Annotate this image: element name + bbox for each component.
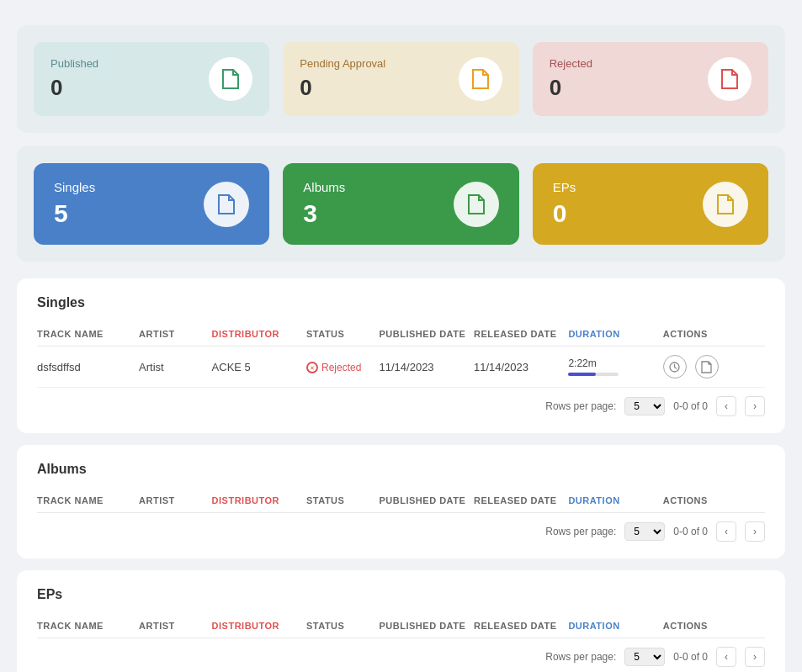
col-artist: Artist (139, 614, 212, 638)
file-icon-singles (217, 193, 236, 215)
published-label: Published (50, 57, 98, 70)
pending-value: 0 (300, 75, 385, 101)
cell-status: Rejected (306, 347, 380, 388)
albums-info: Albums 3 (303, 180, 345, 228)
action-icons (663, 355, 765, 378)
duration-cell: 2:22m (568, 357, 662, 376)
duration-bar-fill (568, 373, 596, 376)
pagination-next-button[interactable]: › (745, 396, 765, 416)
singles-pagination: Rows per page: 5 10 25 0-0 of 0 ‹ › (37, 396, 765, 416)
pagination-range: 0-0 of 0 (673, 651, 708, 663)
file-icon-albums (467, 193, 486, 215)
pending-icon-circle (459, 57, 502, 101)
view-action-button[interactable] (663, 355, 687, 378)
col-distributor: Distributor (212, 322, 306, 347)
col-published-date: Published Date (380, 489, 474, 513)
albums-pagination: Rows per page: 5 10 25 0-0 of 0 ‹ › (37, 521, 765, 542)
status-rejected-text: Rejected (321, 362, 361, 373)
col-track-name: Track Name (37, 489, 139, 513)
pagination-prev-button[interactable]: ‹ (716, 647, 736, 667)
pagination-range: 0-0 of 0 (673, 400, 708, 412)
published-icon-circle (209, 57, 252, 101)
duration-bar-bg (568, 373, 619, 376)
eps-pagination: Rows per page: 5 10 25 0-0 of 0 ‹ › (37, 647, 765, 667)
albums-label: Albums (303, 180, 345, 194)
eps-icon-circle (703, 182, 748, 227)
albums-card: Albums 3 (283, 163, 518, 245)
cell-released-date: 11/14/2023 (474, 347, 568, 388)
albums-table-title: Albums (37, 462, 765, 477)
pagination-next-button[interactable]: › (745, 521, 765, 542)
file-action-icon (701, 361, 712, 373)
rejected-card: Rejected 0 (533, 42, 768, 116)
pagination-prev-button[interactable]: ‹ (716, 396, 736, 416)
col-artist: Artist (139, 322, 212, 347)
col-artist: Artist (139, 489, 212, 513)
col-published-date: Published Date (380, 614, 474, 638)
singles-table-header: Track Name Artist Distributor Status Pub… (37, 322, 765, 347)
col-distributor: Distributor (212, 614, 306, 638)
col-status: Status (306, 322, 380, 347)
published-card: Published 0 (34, 42, 269, 116)
duration-text: 2:22m (568, 357, 662, 369)
albums-table: Track Name Artist Distributor Status Pub… (37, 489, 765, 513)
singles-icon-circle (204, 182, 249, 227)
col-distributor: Distributor (212, 489, 306, 513)
col-actions: Actions (663, 489, 765, 513)
eps-table-title: EPs (37, 587, 765, 602)
rejected-info: Rejected 0 (550, 57, 592, 101)
eps-info: EPs 0 (553, 180, 576, 228)
col-track-name: Track Name (37, 614, 139, 638)
rows-per-page-select[interactable]: 5 10 25 (624, 522, 665, 541)
col-released-date: Released Date (474, 614, 568, 638)
col-actions: Actions (663, 614, 765, 638)
singles-value: 5 (54, 199, 95, 228)
cell-distributor: ACKE 5 (212, 347, 306, 388)
eps-label: EPs (553, 180, 576, 194)
singles-table: Track Name Artist Distributor Status Pub… (37, 322, 765, 388)
col-released-date: Released Date (474, 489, 568, 513)
col-status: Status (306, 614, 380, 638)
pagination-next-button[interactable]: › (745, 647, 765, 667)
status-rejected-badge: Rejected (306, 362, 361, 373)
albums-value: 3 (303, 199, 345, 228)
file-icon-pending (471, 68, 490, 90)
status-rejected-icon (306, 362, 318, 373)
rows-per-page-select[interactable]: 5 10 25 (624, 648, 665, 666)
stats-row-1: Published 0 Pending Approval 0 Rejected … (17, 25, 785, 133)
eps-table-header: Track Name Artist Distributor Status Pub… (37, 614, 765, 638)
file-icon-eps (716, 193, 735, 215)
cell-actions (663, 347, 765, 388)
singles-table-section: Singles Track Name Artist Distributor St… (17, 278, 785, 433)
pagination-prev-button[interactable]: ‹ (716, 521, 736, 542)
published-info: Published 0 (50, 57, 98, 101)
pending-info: Pending Approval 0 (300, 57, 385, 101)
col-duration: Duration (568, 489, 662, 513)
singles-table-title: Singles (37, 295, 765, 310)
rows-per-page-label: Rows per page: (545, 526, 616, 537)
rejected-icon-circle (708, 57, 752, 101)
singles-card: Singles 5 (34, 163, 269, 245)
stats-row-2: Singles 5 Albums 3 EPs 0 (17, 146, 785, 262)
col-actions: Actions (663, 322, 765, 347)
albums-table-section: Albums Track Name Artist Distributor Sta… (17, 445, 785, 558)
cell-artist: Artist (139, 347, 212, 388)
col-track-name: Track Name (37, 322, 139, 347)
pending-card: Pending Approval 0 (283, 42, 518, 116)
cell-duration: 2:22m (568, 347, 662, 388)
albums-table-header: Track Name Artist Distributor Status Pub… (37, 489, 765, 513)
file-icon-rejected (720, 68, 739, 90)
cell-track: dsfsdffsd (37, 347, 139, 388)
eps-value: 0 (553, 199, 576, 228)
col-duration: Duration (568, 614, 662, 638)
col-released-date: Released Date (474, 322, 568, 347)
singles-info: Singles 5 (54, 180, 95, 228)
rows-per-page-select[interactable]: 5 10 25 (624, 397, 665, 415)
file-action-button[interactable] (695, 355, 719, 378)
file-icon-published (221, 68, 240, 90)
table-row: dsfsdffsd Artist ACKE 5 Rejected 11/14/2… (37, 347, 765, 388)
pending-label: Pending Approval (300, 57, 385, 70)
published-value: 0 (50, 75, 98, 101)
singles-label: Singles (54, 180, 95, 194)
clock-icon (669, 362, 680, 373)
